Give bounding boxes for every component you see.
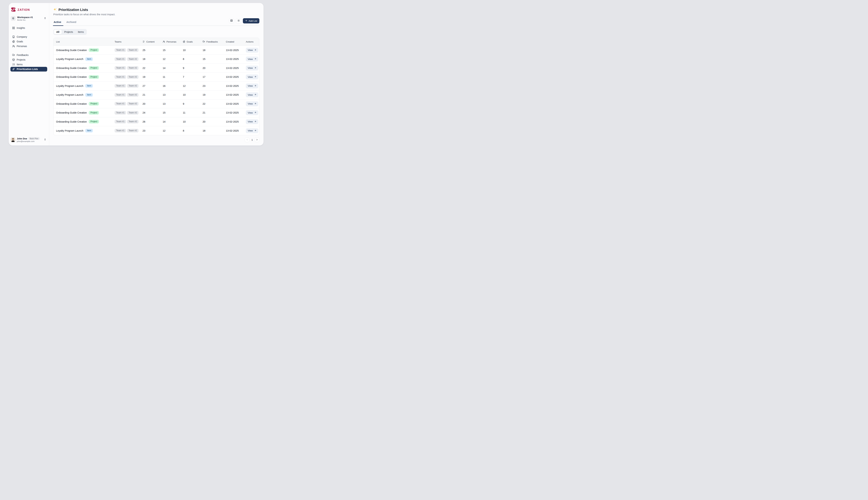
personas-count: 15 (163, 46, 183, 55)
sidebar-item-insights[interactable]: Insights (10, 26, 47, 30)
personas-count: 14 (163, 64, 183, 72)
current-page: 1 (251, 138, 253, 141)
lists-table: List Teams Content Personas (53, 38, 259, 135)
type-badge: Project (89, 111, 99, 115)
team-badge: Team #1 (115, 102, 126, 105)
type-filter: All Projects Items (53, 29, 87, 35)
sidebar-item-feedbacks[interactable]: Feedbacks (10, 53, 47, 57)
content-count: 20 (142, 99, 163, 108)
page-subtitle: Prioritize tasks to focus on what drives… (53, 13, 259, 16)
personas-count: 14 (163, 117, 183, 126)
table-row: Loyalty Program LaunchItemTeam #1Team #2… (54, 55, 259, 64)
view-button[interactable]: View (246, 92, 258, 97)
sidebar-item-company[interactable]: Company (10, 35, 47, 39)
created-date: 13-02-2025 (226, 99, 246, 108)
avatar (11, 137, 15, 142)
col-actions: Actions (246, 38, 259, 46)
view-button[interactable]: View (246, 75, 258, 79)
filter-items[interactable]: Items (76, 30, 86, 34)
type-badge: Project (89, 120, 99, 123)
personas-count: 15 (163, 108, 183, 117)
list-name: Onboarding Guide Creation (56, 76, 87, 78)
col-feedbacks: Feedbacks (203, 38, 226, 46)
feedbacks-count: 17 (203, 72, 226, 82)
personas-count: 12 (163, 55, 183, 64)
arrow-right-icon (254, 58, 256, 60)
view-button[interactable]: View (246, 128, 258, 133)
arrow-right-icon (254, 102, 256, 105)
view-button[interactable]: View (246, 57, 258, 61)
content-count: 26 (142, 117, 163, 126)
sidebar-item-personas[interactable]: Personas (10, 44, 47, 49)
list-name: Loyalty Program Launch (56, 58, 83, 60)
team-badge: Team #2 (127, 75, 138, 79)
content-count: 19 (142, 72, 163, 82)
toolbar: Add List (229, 18, 259, 25)
workspace-switcher[interactable]: Workspace #1 Acme Inc. (10, 16, 47, 21)
next-page-button[interactable] (255, 137, 259, 142)
list-icon (237, 19, 240, 22)
feedbacks-count: 23 (203, 81, 226, 90)
created-date: 13-02-2025 (226, 55, 246, 64)
created-date: 13-02-2025 (226, 64, 246, 72)
sidebar-item-label: Feedbacks (17, 54, 28, 56)
box-icon (12, 58, 15, 61)
arrow-right-icon (254, 84, 256, 87)
arrow-right-icon (254, 67, 256, 69)
view-button[interactable]: View (246, 66, 258, 70)
filter-projects[interactable]: Projects (62, 30, 75, 34)
sidebar-item-label: Insights (17, 26, 25, 29)
prev-page-button[interactable] (245, 137, 250, 142)
users-icon (12, 45, 15, 48)
nav-gap (10, 30, 47, 35)
sparkles-icon (12, 68, 15, 70)
tabs-bar: Active Archived (53, 18, 259, 26)
team-badge: Team #1 (115, 84, 126, 88)
tab-archived[interactable]: Archived (66, 19, 77, 25)
add-list-button[interactable]: Add List (243, 18, 259, 23)
view-button[interactable]: View (246, 119, 258, 124)
filter-all[interactable]: All (54, 30, 61, 34)
sidebar-item-items[interactable]: Items (10, 62, 47, 67)
sidebar: ZATION Workspace #1 Acme Inc. (9, 3, 49, 146)
app-window: ZATION Workspace #1 Acme Inc. (9, 3, 264, 146)
tab-active[interactable]: Active (53, 19, 61, 25)
chevron-left-icon (246, 138, 248, 141)
sidebar-item-prioritization-lists[interactable]: Prioritization Lists (10, 67, 47, 71)
arrow-right-icon (254, 129, 256, 132)
user-menu[interactable]: John Doe Basic Plan john@example.com (10, 137, 47, 143)
list-name: Onboarding Guide Creation (56, 67, 87, 69)
feedbacks-count: 20 (203, 64, 226, 72)
team-badge: Team #1 (115, 111, 126, 115)
col-content: Content (142, 38, 163, 46)
list-view-button[interactable] (236, 19, 241, 23)
user-name: John Doe (17, 137, 27, 140)
arrow-right-icon (254, 111, 256, 114)
table-header-row: List Teams Content Personas (54, 38, 259, 46)
team-badge: Team #1 (115, 129, 126, 133)
view-button[interactable]: View (246, 101, 258, 106)
align-left-icon (142, 41, 145, 43)
team-badge: Team #2 (127, 120, 138, 123)
sidebar-item-projects[interactable]: Projects (10, 57, 47, 62)
view-button[interactable]: View (246, 83, 258, 88)
table-row: Onboarding Guide CreationProjectTeam #1T… (54, 72, 259, 82)
personas-count: 13 (163, 90, 183, 100)
list-name: Loyalty Program Launch (56, 93, 83, 96)
goals-count: 9 (183, 64, 203, 72)
goals-count: 12 (183, 81, 203, 90)
list-name: Onboarding Guide Creation (56, 102, 87, 105)
col-personas: Personas (163, 38, 183, 46)
view-button[interactable]: View (246, 48, 258, 53)
view-button[interactable]: View (246, 110, 258, 115)
feedbacks-count: 22 (203, 99, 226, 108)
page-title: Prioritization Lists (58, 8, 88, 12)
goals-count: 8 (183, 126, 203, 135)
type-badge: Project (89, 48, 99, 52)
created-date: 13-02-2025 (226, 46, 246, 55)
list-name: Onboarding Guide Creation (56, 49, 87, 52)
goals-count: 8 (183, 55, 203, 64)
sidebar-item-goals[interactable]: Goals (10, 39, 47, 44)
content-count: 24 (142, 108, 163, 117)
grid-view-button[interactable] (229, 19, 234, 23)
